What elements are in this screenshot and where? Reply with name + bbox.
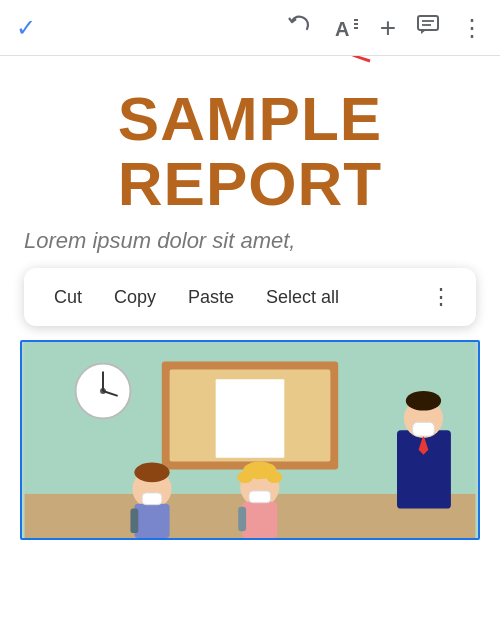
classroom-image: [20, 340, 480, 540]
toolbar-left: ✓: [16, 14, 36, 42]
cut-button[interactable]: Cut: [40, 283, 96, 312]
subtitle-text: Lorem ipsum dolor sit amet,: [20, 228, 480, 254]
more-options-icon[interactable]: ⋮: [460, 14, 484, 42]
svg-text:A: A: [335, 18, 349, 40]
comment-icon[interactable]: [416, 13, 440, 43]
paste-button[interactable]: Paste: [174, 283, 248, 312]
svg-rect-31: [242, 502, 277, 538]
toolbar-right: A + ⋮: [286, 12, 484, 44]
svg-rect-12: [216, 379, 285, 457]
svg-rect-24: [134, 504, 169, 538]
toolbar: ✓ A + ⋮: [0, 0, 500, 56]
context-menu: Cut Copy Paste Select all ⋮: [24, 268, 476, 326]
font-format-icon[interactable]: A: [332, 14, 360, 42]
report-title: SAMPLE REPORT: [20, 86, 480, 216]
svg-rect-26: [142, 493, 162, 505]
svg-point-30: [267, 472, 283, 484]
svg-rect-4: [418, 16, 438, 30]
svg-point-19: [406, 391, 441, 411]
svg-point-23: [134, 463, 169, 483]
title-line1: SAMPLE: [20, 86, 480, 151]
svg-point-29: [237, 472, 253, 484]
undo-icon[interactable]: [286, 12, 312, 44]
svg-rect-21: [413, 423, 435, 437]
svg-rect-32: [238, 507, 246, 532]
copy-button[interactable]: Copy: [100, 283, 170, 312]
svg-rect-33: [249, 491, 271, 503]
add-icon[interactable]: +: [380, 12, 396, 44]
context-menu-more-icon[interactable]: ⋮: [422, 280, 460, 314]
main-content: SAMPLE REPORT Lorem ipsum dolor sit amet…: [0, 56, 500, 540]
select-all-button[interactable]: Select all: [252, 283, 353, 312]
title-line2: REPORT: [20, 151, 480, 216]
svg-rect-25: [130, 509, 138, 533]
checkmark-icon[interactable]: ✓: [16, 14, 36, 42]
